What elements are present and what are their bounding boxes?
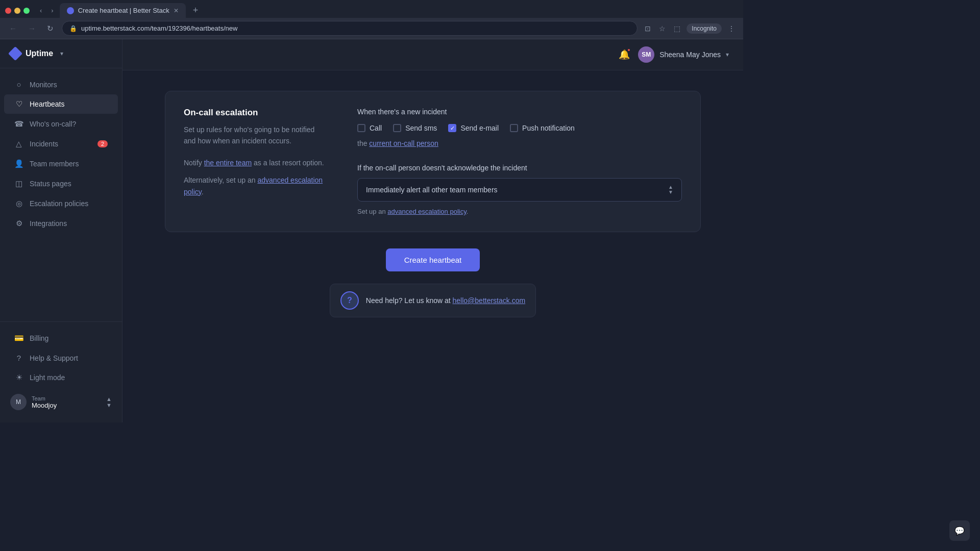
billing-icon: 💳 [14, 334, 23, 343]
checkbox-call[interactable]: Call [357, 124, 382, 132]
sidebar-label-integrations: Integrations [30, 219, 67, 228]
light-mode-icon: ☀ [14, 373, 23, 382]
logo-diamond [8, 46, 22, 61]
create-btn-wrapper: Create heartbeat [386, 248, 480, 271]
escalation-icon: ◎ [14, 199, 23, 208]
help-circle-icon: ? [340, 291, 359, 310]
profile-icon[interactable]: ⬚ [672, 22, 682, 35]
call-label: Call [370, 124, 382, 132]
bookmark-icon[interactable]: ☆ [657, 22, 668, 35]
team-name: Moodjoy [32, 402, 101, 409]
heartbeats-icon: ♡ [14, 99, 23, 109]
window-min-btn[interactable] [14, 8, 20, 14]
current-on-call-link[interactable]: current on-call person [369, 139, 438, 147]
window-max-btn[interactable] [23, 8, 30, 14]
window-controls [5, 8, 30, 14]
send-email-label: Send e-mail [460, 124, 499, 132]
create-heartbeat-button[interactable]: Create heartbeat [386, 248, 480, 271]
select-value: Immediately alert all other team members [366, 186, 498, 194]
sidebar-item-escalation-policies[interactable]: ◎ Escalation policies [4, 194, 118, 213]
app-header: 🔔 SM Sheena May Jones ▾ [122, 39, 743, 70]
sidebar-logo[interactable]: Uptime ▾ [0, 39, 122, 68]
sidebar-label-heartbeats: Heartbeats [30, 100, 64, 108]
browser-tab[interactable]: Create heartbeat | Better Stack ✕ [60, 3, 186, 18]
section-inner: On-call escalation Set up rules for who'… [184, 108, 682, 215]
select-arrows-icon: ▲ ▼ [668, 185, 673, 195]
tab-back-btn[interactable]: ‹ [37, 5, 45, 16]
send-email-checkbox[interactable] [448, 124, 456, 132]
content-area: On-call escalation Set up rules for who'… [122, 70, 743, 422]
integrations-icon: ⚙ [14, 219, 23, 228]
sidebar-item-monitors[interactable]: ○ Monitors [4, 75, 118, 94]
checkbox-send-email[interactable]: Send e-mail [448, 124, 499, 132]
window-close-btn[interactable] [5, 8, 11, 14]
help-email-link[interactable]: hello@betterstack.com [453, 296, 526, 305]
logo-chevron-icon: ▾ [60, 50, 63, 57]
sidebar-label-status-pages: Status pages [30, 180, 71, 188]
sidebar-item-help[interactable]: ? Help & Support [4, 348, 118, 367]
incidents-icon: △ [14, 139, 23, 148]
escalation-note: Set up an advanced escalation policy. [357, 208, 682, 215]
incognito-badge: Incognito [687, 23, 722, 34]
section-right: When there's a new incident Call Send sm… [357, 108, 682, 215]
user-menu[interactable]: SM Sheena May Jones ▾ [638, 46, 729, 63]
header-right: 🔔 SM Sheena May Jones ▾ [619, 46, 729, 63]
team-avatar: M [10, 394, 27, 410]
team-info: Team Moodjoy [32, 395, 101, 409]
advanced-escalation-link[interactable]: advanced escalation policy [387, 208, 466, 215]
lock-icon: 🔒 [69, 25, 77, 32]
sidebar-label-on-call: Who's on-call? [30, 120, 76, 128]
help-bar: ? Need help? Let us know at hello@better… [330, 284, 536, 317]
sidebar-item-heartbeats[interactable]: ♡ Heartbeats [4, 94, 118, 114]
tab-close-icon[interactable]: ✕ [174, 7, 179, 14]
send-sms-checkbox[interactable] [393, 124, 401, 132]
refresh-btn[interactable]: ↻ [44, 22, 57, 35]
status-pages-icon: ◫ [14, 179, 23, 188]
logo-text: Uptime [26, 49, 53, 58]
push-notification-checkbox[interactable] [510, 124, 518, 132]
sidebar-label-help: Help & Support [30, 354, 78, 362]
section-desc: Set up rules for who's going to be notif… [184, 124, 327, 147]
sidebar-item-billing[interactable]: 💳 Billing [4, 329, 118, 348]
monitors-icon: ○ [14, 80, 23, 89]
on-call-icon: ☎ [14, 119, 23, 129]
menu-icon[interactable]: ⋮ [726, 22, 737, 35]
sidebar-team[interactable]: M Team Moodjoy ▲ ▼ [0, 388, 122, 416]
sidebar-label-monitors: Monitors [30, 81, 57, 89]
sidebar-label-light-mode: Light mode [30, 373, 65, 382]
sidebar-item-incidents[interactable]: △ Incidents 2 [4, 134, 118, 154]
tab-title: Create heartbeat | Better Stack [78, 7, 169, 14]
section-notify-team: Notify the entire team as a last resort … [184, 157, 327, 168]
advanced-escalation-link-left[interactable]: advanced escalation policy [184, 176, 323, 195]
push-notification-label: Push notification [522, 124, 575, 132]
checkbox-send-sms[interactable]: Send sms [393, 124, 437, 132]
section-advanced-policy: Alternatively, set up an advanced escala… [184, 174, 327, 197]
browser-chrome: ‹ › Create heartbeat | Better Stack ✕ + … [0, 0, 743, 39]
sidebar-item-light-mode[interactable]: ☀ Light mode [4, 368, 118, 387]
sidebar-label-escalation: Escalation policies [30, 199, 88, 208]
notifications-btn[interactable]: 🔔 [619, 49, 630, 60]
incident-label: When there's a new incident [357, 108, 682, 116]
tab-forward-btn[interactable]: › [48, 5, 56, 16]
checkbox-push-notification[interactable]: Push notification [510, 124, 575, 132]
sidebar-item-team-members[interactable]: 👤 Team members [4, 154, 118, 173]
back-btn[interactable]: ← [6, 22, 20, 35]
sidebar-item-whos-on-call[interactable]: ☎ Who's on-call? [4, 114, 118, 134]
checkboxes-row: Call Send sms Send e-mail [357, 124, 682, 132]
entire-team-link[interactable]: the entire team [204, 159, 252, 167]
incidents-badge: 2 [97, 140, 108, 147]
forward-btn[interactable]: → [25, 22, 39, 35]
url-input[interactable]: 🔒 uptime.betterstack.com/team/192396/hea… [62, 21, 638, 36]
cast-icon[interactable]: ⊡ [643, 22, 653, 35]
main-content: On-call escalation Set up rules for who'… [122, 70, 743, 422]
escalation-select[interactable]: Immediately alert all other team members… [357, 178, 682, 202]
url-text: uptime.betterstack.com/team/192396/heart… [81, 24, 237, 32]
call-checkbox[interactable] [357, 124, 365, 132]
sidebar-item-integrations[interactable]: ⚙ Integrations [4, 214, 118, 233]
team-arrows-icon: ▲ ▼ [106, 396, 112, 408]
sidebar-item-status-pages[interactable]: ◫ Status pages [4, 174, 118, 193]
escalation-condition-label: If the on-call person doesn't acknowledg… [357, 164, 682, 172]
new-tab-btn[interactable]: + [189, 3, 203, 18]
send-sms-label: Send sms [405, 124, 437, 132]
select-container: Immediately alert all other team members… [357, 178, 682, 202]
